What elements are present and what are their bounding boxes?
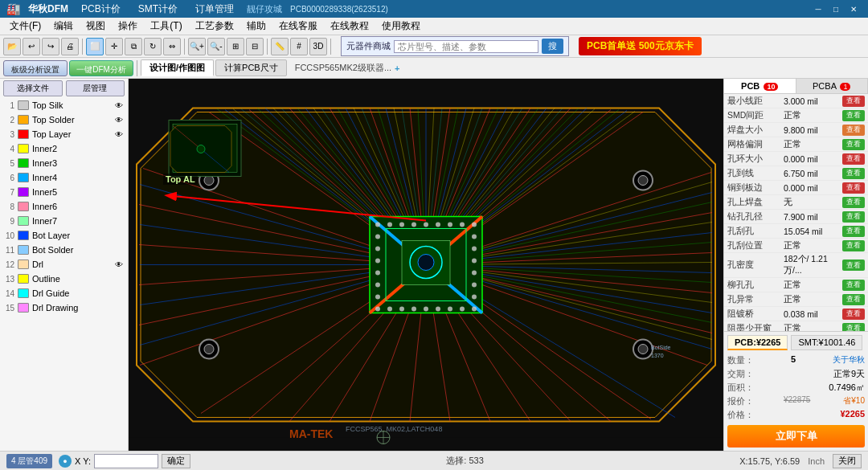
menu-item-[interactable]: 工艺参数 xyxy=(189,18,240,35)
toolbar-grid[interactable]: # xyxy=(290,38,308,55)
layer-item-drl-drawing[interactable]: 15 Drl Drawing xyxy=(0,300,128,315)
layer-eye-icon[interactable] xyxy=(113,302,125,313)
layer-item-inner7[interactable]: 9 Inner7 xyxy=(0,214,128,228)
prop-btn-11[interactable]: 查看 xyxy=(842,260,865,271)
prop-btn-4[interactable]: 查看 xyxy=(842,153,865,165)
toolbar-copy[interactable]: ⧉ xyxy=(125,38,142,55)
menu-item-F[interactable]: 文件(F) xyxy=(3,18,47,35)
menu-item-[interactable]: 编辑 xyxy=(47,18,80,35)
layer-eye-icon[interactable]: 👁 xyxy=(113,100,125,111)
toolbar-undo[interactable]: ↩ xyxy=(23,38,40,55)
ad-banner[interactable]: PCB首单送 500元京东卡 xyxy=(579,37,702,55)
maximize-button[interactable]: □ xyxy=(828,2,844,16)
select-file-btn[interactable]: 选择文件 xyxy=(3,80,63,96)
pcb-tab[interactable]: PCB 10 xyxy=(724,79,796,93)
smt-tab[interactable]: SMT计价 xyxy=(133,2,182,16)
coordinate-input[interactable] xyxy=(94,454,158,468)
prop-btn-1[interactable]: 查看 xyxy=(842,110,865,121)
layer-item-inner6[interactable]: 8 Inner6 xyxy=(0,199,128,214)
pcba-tab[interactable]: PCBA 1 xyxy=(796,79,869,93)
order-tab[interactable]: 订单管理 xyxy=(190,2,239,16)
add-tab-btn[interactable]: + xyxy=(395,63,399,73)
toolbar-select[interactable]: ⬜ xyxy=(86,38,104,55)
layer-eye-icon[interactable] xyxy=(113,273,125,284)
layer-eye-icon[interactable] xyxy=(113,157,125,169)
select-circle-btn[interactable]: ● xyxy=(59,455,72,468)
layer-item-inner4[interactable]: 6 Inner4 xyxy=(0,170,128,185)
layer-eye-icon[interactable] xyxy=(113,230,125,241)
prop-btn-15[interactable]: 查看 xyxy=(842,323,865,332)
dfm-analysis-btn[interactable]: 一键DFM分析 xyxy=(69,60,133,76)
prop-btn-12[interactable]: 查看 xyxy=(842,280,865,291)
toolbar-zoom-out[interactable]: 🔍- xyxy=(207,38,225,55)
layer-item-drl-guide[interactable]: 14 Drl Guide xyxy=(0,286,128,300)
close-button[interactable]: ✕ xyxy=(845,2,862,16)
menu-item-T[interactable]: 工具(T) xyxy=(144,18,188,35)
layer-item-inner3[interactable]: 5 Inner3 xyxy=(0,156,128,170)
layer-item-top-silk[interactable]: 1 Top Silk 👁 xyxy=(0,98,128,112)
prop-btn-10[interactable]: 查看 xyxy=(842,240,865,251)
layer-eye-icon[interactable] xyxy=(113,288,125,299)
comp-search-button[interactable]: 搜 xyxy=(542,39,563,54)
toolbar-print[interactable]: 🖨 xyxy=(61,38,79,55)
toolbar-measure[interactable]: 📏 xyxy=(271,38,289,55)
toolbar-redo[interactable]: ↪ xyxy=(42,38,59,55)
pcb-visualization[interactable]: MA-TEK FCCSP565, MK02,LATCH048 BotSide 1… xyxy=(129,79,723,451)
menu-item-[interactable]: 使用教程 xyxy=(375,18,427,35)
layer-item-bot-solder[interactable]: 11 Bot Solder xyxy=(0,243,128,257)
prop-btn-5[interactable]: 查看 xyxy=(842,168,865,179)
layer-item-drl[interactable]: 12 Drl 👁 xyxy=(0,257,128,272)
toolbar-zoom-in[interactable]: 🔍+ xyxy=(188,38,206,55)
toolbar-zoom-sel[interactable]: ⊟ xyxy=(246,38,264,55)
prop-btn-13[interactable]: 查看 xyxy=(842,294,865,305)
layer-item-outline[interactable]: 13 Outline xyxy=(0,272,128,286)
layer-eye-icon[interactable]: 👁 xyxy=(113,129,125,140)
layer-eye-icon[interactable] xyxy=(113,143,125,154)
buy-button[interactable]: 立即下单 xyxy=(727,425,865,448)
pcb-price-tab[interactable]: PCB:¥2265 xyxy=(727,335,788,350)
layer-eye-icon[interactable] xyxy=(113,201,125,212)
prop-btn-3[interactable]: 查看 xyxy=(842,139,865,150)
layer-eye-icon[interactable] xyxy=(113,215,125,227)
toolbar-zoom-fit[interactable]: ⊞ xyxy=(227,38,244,55)
confirm-button[interactable]: 确定 xyxy=(162,454,190,468)
menu-item-[interactable]: 辅助 xyxy=(240,18,272,35)
dfm-tab-design[interactable]: 设计图/作图图 xyxy=(141,59,214,76)
toolbar-open[interactable]: 📂 xyxy=(3,38,21,55)
layer-manage-btn[interactable]: 层管理 xyxy=(66,80,125,96)
menu-item-[interactable]: 在线教程 xyxy=(324,18,375,35)
layer-item-bot-layer[interactable]: 10 Bot Layer xyxy=(0,228,128,243)
comp-search-input[interactable] xyxy=(394,40,538,53)
prop-btn-6[interactable]: 查看 xyxy=(842,182,865,194)
menu-item-[interactable]: 操作 xyxy=(112,18,144,35)
layer-item-inner2[interactable]: 4 Inner2 xyxy=(0,141,128,156)
prop-btn-9[interactable]: 查看 xyxy=(842,226,865,237)
pcb-counter-tab[interactable]: PCB计价 xyxy=(76,2,125,16)
layer-item-inner5[interactable]: 7 Inner5 xyxy=(0,185,128,199)
prop-btn-8[interactable]: 查看 xyxy=(842,211,865,223)
prop-btn-2[interactable]: 查看 xyxy=(842,125,865,136)
toolbar-move[interactable]: ✛ xyxy=(105,38,123,55)
layer-item-top-layer[interactable]: 3 Top Layer 👁 xyxy=(0,127,128,141)
layer-eye-icon[interactable] xyxy=(113,186,125,198)
layer-item-top-solder[interactable]: 2 Top Solder 👁 xyxy=(0,112,128,127)
canvas-area[interactable]: MA-TEK FCCSP565, MK02,LATCH048 BotSide 1… xyxy=(129,79,723,451)
layer-eye-icon[interactable]: 👁 xyxy=(113,259,125,270)
dfm-tab-pcb-size[interactable]: 计算PCB尺寸 xyxy=(215,59,287,76)
toolbar-3d[interactable]: 3D xyxy=(309,38,327,55)
board-analysis-btn[interactable]: 板级分析设置 xyxy=(3,60,68,76)
toolbar-rotate[interactable]: ↻ xyxy=(144,38,162,55)
prop-btn-7[interactable]: 查看 xyxy=(842,197,865,208)
minimize-button[interactable]: ─ xyxy=(810,2,826,16)
prop-btn-14[interactable]: 查看 xyxy=(842,309,865,320)
menu-item-[interactable]: 在线客服 xyxy=(272,18,324,35)
layer-eye-icon[interactable]: 👁 xyxy=(113,114,125,125)
about-link[interactable]: 关于华秋 xyxy=(833,354,865,366)
prop-btn-0[interactable]: 查看 xyxy=(842,96,865,107)
toolbar-mirror[interactable]: ⇔ xyxy=(163,38,181,55)
menu-item-[interactable]: 视图 xyxy=(80,18,112,35)
smt-price-tab[interactable]: SMT:¥1001.46 xyxy=(791,335,862,350)
close-btn[interactable]: 关闭 xyxy=(833,454,862,468)
layer-eye-icon[interactable] xyxy=(113,172,125,183)
layer-eye-icon[interactable] xyxy=(113,244,125,255)
